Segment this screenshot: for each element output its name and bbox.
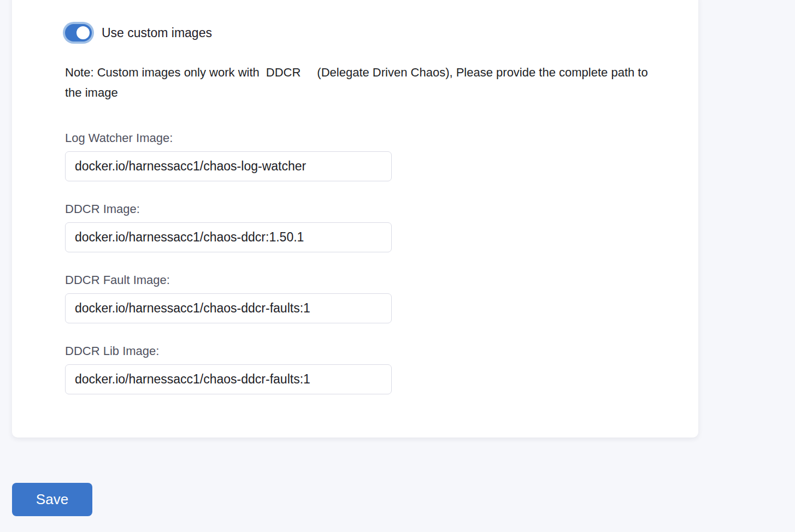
log-watcher-image-field: Log Watcher Image: — [65, 131, 392, 181]
use-custom-images-row: Use custom images — [63, 22, 212, 44]
log-watcher-image-label: Log Watcher Image: — [65, 131, 392, 145]
ddcr-image-input[interactable] — [65, 222, 392, 252]
custom-images-note: Note: Custom images only work withDDCR(D… — [65, 62, 652, 103]
log-watcher-image-input[interactable] — [65, 151, 392, 181]
ddcr-fault-image-label: DDCR Fault Image: — [65, 273, 392, 287]
page-background: Use custom images Note: Custom images on… — [0, 0, 795, 532]
ddcr-fault-image-input[interactable] — [65, 293, 392, 323]
save-button[interactable]: Save — [12, 483, 92, 516]
ddcr-image-label: DDCR Image: — [65, 202, 392, 216]
use-custom-images-toggle[interactable] — [63, 22, 94, 44]
toggle-knob — [76, 26, 90, 39]
ddcr-lib-image-field: DDCR Lib Image: — [65, 344, 392, 394]
ddcr-fault-image-field: DDCR Fault Image: — [65, 273, 392, 323]
use-custom-images-label: Use custom images — [102, 26, 212, 40]
ddcr-lib-image-input[interactable] — [65, 364, 392, 394]
ddcr-lib-image-label: DDCR Lib Image: — [65, 344, 392, 358]
note-text-before: Note: Custom images only work with — [65, 66, 260, 79]
note-ddcr-code: DDCR — [266, 66, 301, 79]
toggle-track — [65, 24, 92, 42]
ddcr-image-field: DDCR Image: — [65, 202, 392, 252]
